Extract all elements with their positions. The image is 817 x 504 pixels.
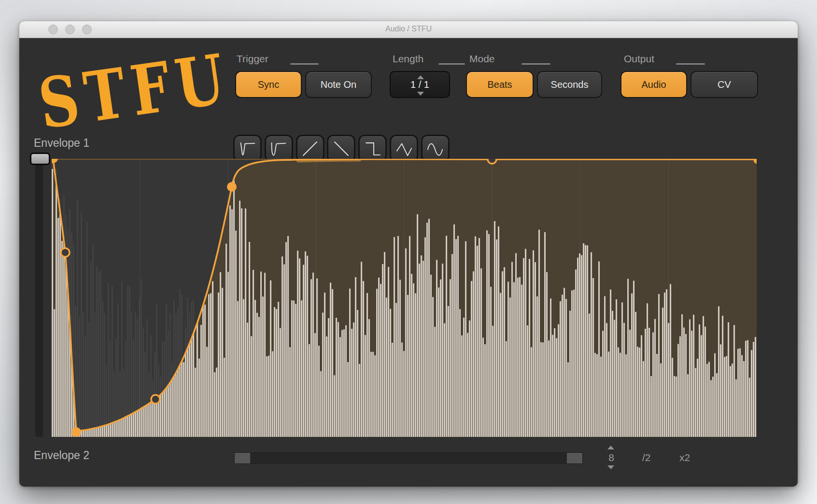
preset-ramp-up-button[interactable] [296, 135, 324, 162]
preset-triangle-button[interactable] [390, 135, 418, 162]
preset-dip-sharp-button[interactable] [233, 135, 262, 162]
stfu-logo: STFU [35, 44, 234, 139]
mode-seconds-button[interactable]: Seconds [537, 71, 602, 98]
plugin-window: Audio / STFU STFU Trigger Length Mode Ou… [19, 21, 798, 487]
sine-icon [425, 139, 445, 158]
preset-sine-button[interactable] [421, 135, 450, 162]
envelope-editor[interactable] [52, 159, 757, 437]
triangle-icon [394, 139, 414, 158]
depth-slider-thumb[interactable] [30, 153, 50, 165]
preset-dip-smooth-button[interactable] [265, 135, 293, 162]
envelope-point-hollow[interactable] [151, 395, 160, 404]
trigger-noteon-button[interactable]: Note On [305, 71, 372, 98]
length-increment-icon[interactable] [417, 75, 424, 79]
length-underline [438, 63, 465, 65]
divisions-increment-icon[interactable] [607, 446, 614, 449]
divisions-decrement-icon[interactable] [607, 465, 614, 469]
trigger-label: Trigger [237, 53, 268, 65]
output-cv-button[interactable]: CV [690, 71, 758, 98]
titlebar: Audio / STFU [19, 21, 798, 38]
output-underline [676, 63, 705, 65]
trigger-sync-button[interactable]: Sync [235, 71, 302, 98]
divisions-value[interactable]: 8 [607, 452, 615, 463]
step-down-icon [363, 139, 382, 158]
envelope2-label: Envelope 2 [34, 449, 89, 462]
mode-underline [521, 63, 550, 65]
length-value: 1 / 1 [410, 79, 429, 90]
timeline-scrollbar[interactable] [234, 452, 583, 464]
mode-beats-button[interactable]: Beats [466, 71, 534, 98]
ramp-up-icon [300, 139, 320, 158]
scrollbar-left-grip[interactable] [235, 453, 250, 463]
envelope-point-filled[interactable] [227, 182, 237, 192]
envelope-point-hollow[interactable] [488, 159, 496, 164]
preset-step-down-button[interactable] [358, 135, 387, 162]
multiply-by-2-button[interactable]: x2 [679, 452, 690, 463]
dip-smooth-icon [269, 139, 288, 158]
output-audio-button[interactable]: Audio [620, 71, 687, 98]
length-decrement-icon[interactable] [417, 92, 424, 96]
length-value-box[interactable]: 1 / 1 [390, 71, 450, 98]
divide-by-2-button[interactable]: /2 [642, 452, 651, 463]
mode-label: Mode [469, 53, 495, 65]
dip-sharp-icon [238, 139, 257, 158]
envelope1-label: Envelope 1 [34, 137, 89, 150]
ramp-down-icon [332, 139, 351, 158]
length-label: Length [393, 53, 423, 65]
preset-ramp-down-button[interactable] [327, 135, 355, 162]
depth-slider-track[interactable] [35, 159, 43, 437]
envelope-point-hollow[interactable] [61, 248, 70, 257]
output-label: Output [624, 53, 654, 65]
trigger-underline [290, 63, 319, 65]
envelope-point-filled[interactable] [71, 427, 81, 437]
window-title: Audio / STFU [19, 25, 798, 33]
scrollbar-right-grip[interactable] [567, 453, 582, 463]
